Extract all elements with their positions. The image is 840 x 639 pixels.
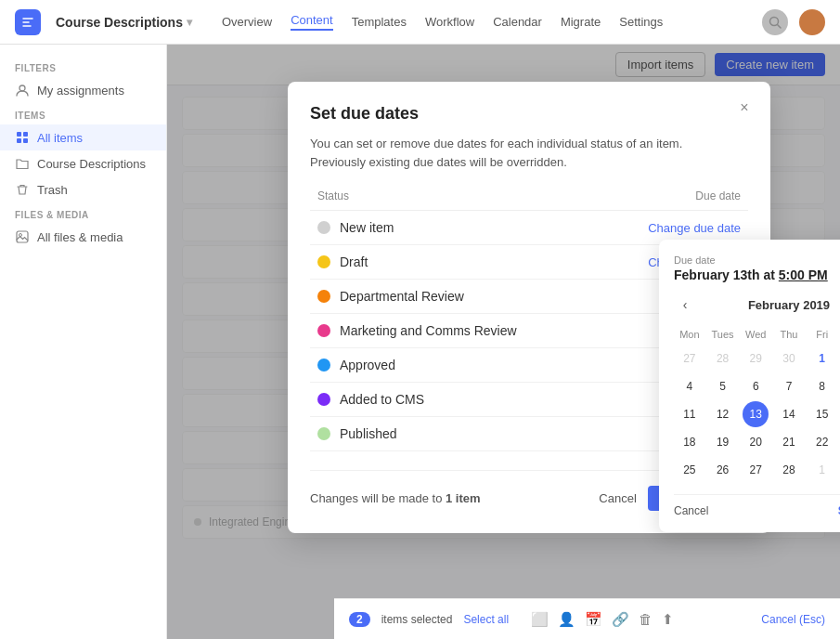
move-icon[interactable]: ⬜ <box>531 611 549 628</box>
dp-cancel-button[interactable]: Cancel <box>674 504 708 517</box>
top-nav: Course Descriptions ▾ Overview Content T… <box>0 0 840 45</box>
calendar-day[interactable]: 5 <box>710 373 736 399</box>
app-logo <box>15 9 41 35</box>
media-icon <box>15 229 30 244</box>
modal-description: You can set or remove due dates for each… <box>310 135 748 171</box>
sidebar-item-trash[interactable]: Trash <box>0 176 166 202</box>
calendar-day[interactable]: 1 <box>809 457 835 483</box>
svg-rect-5 <box>23 132 28 137</box>
due-date-header: Due date <box>601 189 748 211</box>
prev-month-button[interactable]: ‹ <box>674 293 696 316</box>
status-header: Status <box>310 189 601 211</box>
calendar-day[interactable]: 6 <box>743 373 769 399</box>
sidebar: FILTERS My assignments ITEMS All items <box>0 45 167 639</box>
day-label: Fri <box>807 325 838 344</box>
calendar-day[interactable]: 18 <box>677 429 703 455</box>
sidebar-item-all-items[interactable]: All items <box>0 124 166 150</box>
main-nav: Overview Content Templates Workflow Cale… <box>222 13 663 31</box>
calendar-day[interactable]: 4 <box>677 373 703 399</box>
search-icon[interactable] <box>762 9 788 35</box>
svg-point-3 <box>19 85 25 91</box>
calendar-day[interactable]: 14 <box>776 401 802 427</box>
link-icon[interactable]: 🔗 <box>612 611 629 628</box>
calendar-day[interactable]: 25 <box>677 457 703 483</box>
all-items-icon <box>15 130 30 145</box>
status-label: Departmental Review <box>340 289 464 304</box>
calendar-day[interactable]: 29 <box>743 346 769 372</box>
nav-workflow[interactable]: Workflow <box>425 15 474 29</box>
calendar-day[interactable]: 19 <box>710 429 736 455</box>
sidebar-item-course-descriptions[interactable]: Course Descriptions <box>0 150 166 176</box>
cancel-button[interactable]: Cancel <box>599 491 636 505</box>
nav-right <box>762 9 825 35</box>
nav-content[interactable]: Content <box>291 13 333 31</box>
layout: FILTERS My assignments ITEMS All items <box>0 45 840 639</box>
calendar-day[interactable]: 27 <box>743 457 769 483</box>
change-due-date-link[interactable]: Change due date <box>648 221 741 235</box>
dp-due-value: February 13th at 5:00 PM <box>674 267 828 282</box>
svg-rect-6 <box>17 138 21 143</box>
calendar-icon[interactable]: 📅 <box>585 611 602 628</box>
app-name: Course Descriptions ▾ <box>56 15 192 30</box>
nav-settings[interactable]: Settings <box>619 15 663 29</box>
status-label: Approved <box>340 358 395 372</box>
calendar-day[interactable]: 8 <box>809 373 835 399</box>
delete-icon[interactable]: 🗑 <box>639 611 653 627</box>
calendar-day[interactable]: 28 <box>776 457 802 483</box>
calendar-day[interactable]: 30 <box>776 346 802 372</box>
dp-due-info: Due date February 13th at 5:00 PM <box>674 254 828 282</box>
export-icon[interactable]: ⬆ <box>662 611 674 628</box>
calendar-day[interactable]: 22 <box>809 429 835 455</box>
date-picker-popup: Due date February 13th at 5:00 PM ⋮ ‹ Fe… <box>659 240 840 532</box>
day-label: Tues <box>707 325 739 344</box>
modal-title: Set due dates <box>310 104 748 124</box>
day-label: Mon <box>674 325 705 344</box>
calendar-day[interactable]: 11 <box>677 401 703 427</box>
status-label: Marketing and Comms Review <box>340 323 517 338</box>
calendar-day[interactable]: 13 <box>743 401 769 427</box>
trash-icon <box>15 182 30 197</box>
user-icon <box>15 83 30 98</box>
status-label: Draft <box>340 254 368 269</box>
svg-rect-4 <box>17 132 21 137</box>
cancel-esc-link[interactable]: Cancel (Esc) <box>761 613 825 626</box>
calendar-day[interactable]: 15 <box>809 401 835 427</box>
user-avatar[interactable] <box>799 9 825 35</box>
status-label: Published <box>340 426 397 441</box>
sidebar-item-my-assignments[interactable]: My assignments <box>0 77 166 103</box>
svg-rect-7 <box>23 138 28 143</box>
nav-migrate[interactable]: Migrate <box>561 15 601 29</box>
calendar-day[interactable]: 21 <box>776 429 802 455</box>
sidebar-label: My assignments <box>37 84 124 98</box>
day-label: Thu <box>773 325 805 344</box>
svg-line-2 <box>778 24 782 28</box>
bottom-actions: ⬜ 👤 📅 🔗 🗑 ⬆ <box>531 611 674 628</box>
calendar-day[interactable]: 1 <box>809 346 835 372</box>
sidebar-item-all-files[interactable]: All files & media <box>0 224 166 250</box>
calendar-day[interactable]: 26 <box>710 457 736 483</box>
calendar-day[interactable]: 20 <box>743 429 769 455</box>
folder-icon <box>15 156 30 171</box>
svg-point-9 <box>19 234 22 237</box>
select-all-link[interactable]: Select all <box>463 613 509 626</box>
footer-text: Changes will be made to 1 item <box>310 491 481 505</box>
items-count-badge: 2 <box>349 612 370 627</box>
calendar-day[interactable]: 7 <box>776 373 802 399</box>
close-button[interactable]: × <box>733 97 756 119</box>
status-label: Added to CMS <box>340 392 424 407</box>
calendar-day[interactable]: 12 <box>710 401 736 427</box>
nav-overview[interactable]: Overview <box>222 15 272 29</box>
day-label: Wed <box>740 325 771 344</box>
dp-due-label: Due date <box>674 254 828 266</box>
items-selected-label: items selected <box>381 613 453 626</box>
modal-overlay: × Set due dates You can set or remove du… <box>167 45 840 639</box>
nav-calendar[interactable]: Calendar <box>493 15 542 29</box>
sidebar-label: Course Descriptions <box>37 157 146 171</box>
dp-month-year: February 2019 <box>748 298 830 312</box>
assign-icon[interactable]: 👤 <box>558 611 575 628</box>
calendar-day[interactable]: 28 <box>710 346 736 372</box>
status-label: New item <box>340 220 394 235</box>
dp-header: Due date February 13th at 5:00 PM ⋮ <box>674 254 840 282</box>
calendar-day[interactable]: 27 <box>677 346 703 372</box>
nav-templates[interactable]: Templates <box>352 15 407 29</box>
